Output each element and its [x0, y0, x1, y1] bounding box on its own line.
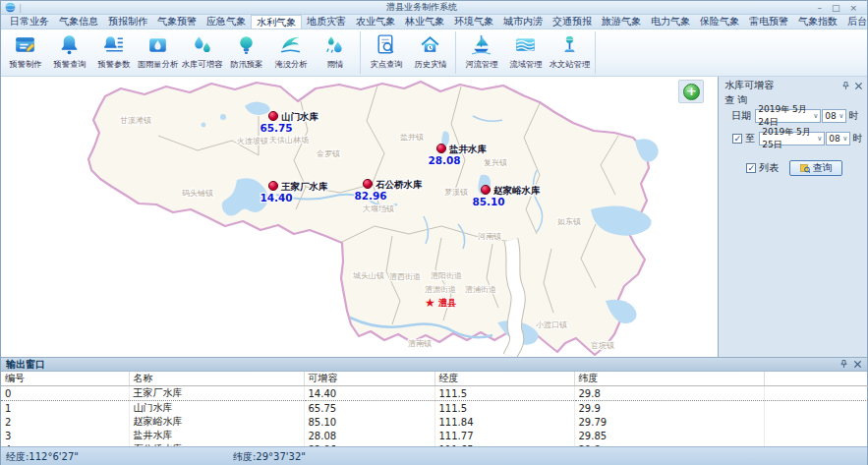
- toolbar-label: 预警制作: [9, 59, 41, 71]
- column-header[interactable]: 可增容: [304, 372, 434, 386]
- menu-tab-14[interactable]: 保险气象: [695, 15, 744, 29]
- table-cell: 山门水库: [129, 401, 304, 416]
- toolbar-label: 面雨量分析: [138, 59, 178, 71]
- table-row[interactable]: 0王家厂水库14.40111.529.8: [1, 386, 868, 401]
- start-date-select[interactable]: 2019年 5月24日 ∨: [755, 109, 821, 123]
- menu-bar: 日常业务气象信息预报制作气象预警应急气象水利气象地质灾害农业气象林业气象环境气象…: [1, 15, 867, 29]
- minimize-button[interactable]: –: [817, 2, 822, 14]
- basin-waves-icon: [513, 32, 538, 57]
- hour-unit-label: 时: [852, 132, 862, 145]
- town-label: 如东镇: [557, 217, 581, 226]
- reservoir-dot-icon[interactable]: [436, 144, 445, 152]
- toolbar-button-hydro-station[interactable]: 水文站管理: [548, 29, 592, 76]
- table-cell: 29.9: [574, 401, 764, 416]
- menu-tab-10[interactable]: 城市内涝: [498, 15, 548, 29]
- toolbar-button-alert-bell[interactable]: 预警查询: [47, 29, 91, 76]
- areal-rain-icon: [145, 32, 170, 57]
- reservoir-dot-icon[interactable]: [268, 111, 277, 120]
- alert-edit-icon: [13, 32, 37, 57]
- table-row[interactable]: 1山门水库65.75111.529.9: [1, 401, 868, 416]
- menu-tab-7[interactable]: 农业气象: [351, 15, 400, 29]
- toolbar-label: 水文站管理: [550, 59, 590, 71]
- query-button-icon: [800, 163, 810, 173]
- table-cell: 85.10: [304, 415, 434, 429]
- menu-tab-5[interactable]: 水利气象: [251, 15, 302, 29]
- query-button-label: 查询: [813, 161, 833, 175]
- town-label: 金罗镇: [316, 149, 340, 158]
- query-button[interactable]: 查询: [789, 160, 842, 176]
- menu-tab-1[interactable]: 气象信息: [54, 15, 103, 29]
- menu-tab-2[interactable]: 预报制作: [103, 15, 152, 29]
- menu-tab-12[interactable]: 旅游气象: [597, 15, 646, 29]
- toolbar-button-basin-waves[interactable]: 流域管理: [503, 29, 548, 76]
- list-checkbox[interactable]: ✓: [746, 163, 756, 173]
- close-panel-icon[interactable]: [853, 360, 862, 369]
- end-hour-select[interactable]: 08 ∨: [826, 132, 850, 145]
- toolbar-button-disaster-search[interactable]: 灾点查询: [364, 29, 408, 76]
- town-label: 城头山镇: [352, 271, 384, 280]
- map-canvas[interactable]: 甘溪滩镇火连坡镇天供山林场金罗镇盐井镇码头铺镇复兴镇梦溪镇如东镇大堰垱镇河南镇城…: [1, 77, 718, 357]
- menu-tab-15[interactable]: 雷电预警: [744, 15, 793, 29]
- toolbar-button-flood-plan-bulb[interactable]: 防汛预案: [224, 29, 268, 76]
- table-cell: 29.8: [574, 386, 764, 401]
- start-hour-select[interactable]: 08 ∨: [822, 109, 846, 123]
- disaster-search-icon: [374, 32, 398, 57]
- reservoir-dot-icon[interactable]: [363, 179, 372, 188]
- output-window: 输出窗口 编号名称可增容经度纬度 0王家厂水库14.40111.529.81山门…: [1, 357, 867, 446]
- toolbar-button-rain-drops[interactable]: 雨情: [313, 29, 357, 76]
- column-header[interactable]: 经度: [434, 372, 574, 386]
- alert-params-icon: [101, 32, 126, 57]
- close-button[interactable]: ×: [849, 2, 857, 14]
- column-header[interactable]: 编号: [1, 372, 129, 386]
- status-latitude: 纬度:29°37'32": [233, 450, 306, 464]
- menu-tab-9[interactable]: 环境气象: [449, 15, 498, 29]
- toolbar-button-river-sailboat[interactable]: 河流管理: [459, 29, 503, 76]
- close-panel-icon[interactable]: [854, 82, 863, 90]
- toolbar-button-areal-rain[interactable]: 面雨量分析: [136, 29, 180, 76]
- end-date-select[interactable]: 2019年 5月25日 ∨: [759, 132, 825, 145]
- menu-tab-8[interactable]: 林业气象: [400, 15, 449, 29]
- reservoir-dot-icon[interactable]: [268, 181, 277, 190]
- flood-plan-bulb-icon: [234, 32, 259, 57]
- menu-tab-6[interactable]: 地质灾害: [302, 15, 351, 29]
- table-row[interactable]: 2赵家峪水库85.10111.8429.79: [1, 415, 868, 429]
- chevron-down-icon: ∨: [839, 112, 843, 120]
- reservoir-name: 王家厂水库: [280, 181, 328, 192]
- menu-tab-4[interactable]: 应急气象: [202, 15, 251, 29]
- toolbar-button-reservoir-capacity[interactable]: 水库可增容: [180, 29, 224, 76]
- menu-tab-3[interactable]: 气象预警: [152, 15, 202, 29]
- chevron-down-icon: ∨: [842, 135, 847, 143]
- column-header[interactable]: 纬度: [574, 372, 764, 386]
- menu-tab-17[interactable]: 后台管理: [842, 15, 868, 29]
- table-cell: 0: [1, 386, 129, 401]
- to-date-checkbox[interactable]: ✓: [732, 134, 742, 144]
- toolbar-button-inundation-wave[interactable]: 淹没分析: [268, 29, 313, 76]
- town-label: 澧浦街道: [465, 285, 496, 294]
- town-label: 甘溪滩镇: [120, 116, 151, 125]
- li-river-ribbon: [510, 240, 518, 356]
- table-row[interactable]: 3盐井水库28.08111.7729.85: [1, 429, 868, 442]
- toolbar-label: 灾点查询: [370, 59, 402, 71]
- toolbar-button-alert-params[interactable]: 预警参数: [91, 29, 136, 76]
- town-label: 盐井镇: [400, 133, 424, 142]
- output-window-title: 输出窗口: [6, 358, 45, 372]
- pin-icon[interactable]: [839, 360, 848, 369]
- menu-tab-13[interactable]: 电力气象: [646, 15, 695, 29]
- reservoir-dot-icon[interactable]: [481, 185, 490, 194]
- menu-tab-0[interactable]: 日常业务: [5, 15, 54, 29]
- toolbar-button-alert-edit[interactable]: 预警制作: [3, 29, 47, 76]
- chevron-down-icon: ∨: [813, 112, 818, 120]
- pin-icon[interactable]: [841, 82, 850, 90]
- county-star-icon: ★: [425, 296, 435, 310]
- ribbon-toolbar: 预警制作预警查询预警参数面雨量分析水库可增容防汛预案淹没分析雨情灾点查询历史灾情…: [1, 29, 867, 77]
- toolbar-button-history-disaster[interactable]: 历史灾情: [408, 29, 452, 76]
- table-cell: 111.5: [434, 386, 574, 401]
- maximize-button[interactable]: □: [832, 2, 840, 14]
- town-label: 澧澹街道: [425, 285, 456, 294]
- menu-tab-11[interactable]: 交通预报: [548, 15, 597, 29]
- status-bar: 经度:112°6'27" 纬度:29°37'32": [1, 446, 867, 465]
- map-add-button[interactable]: +: [683, 84, 700, 100]
- hydro-station-icon: [557, 32, 582, 57]
- menu-tab-16[interactable]: 气象指数: [793, 15, 842, 29]
- column-header[interactable]: 名称: [129, 372, 304, 386]
